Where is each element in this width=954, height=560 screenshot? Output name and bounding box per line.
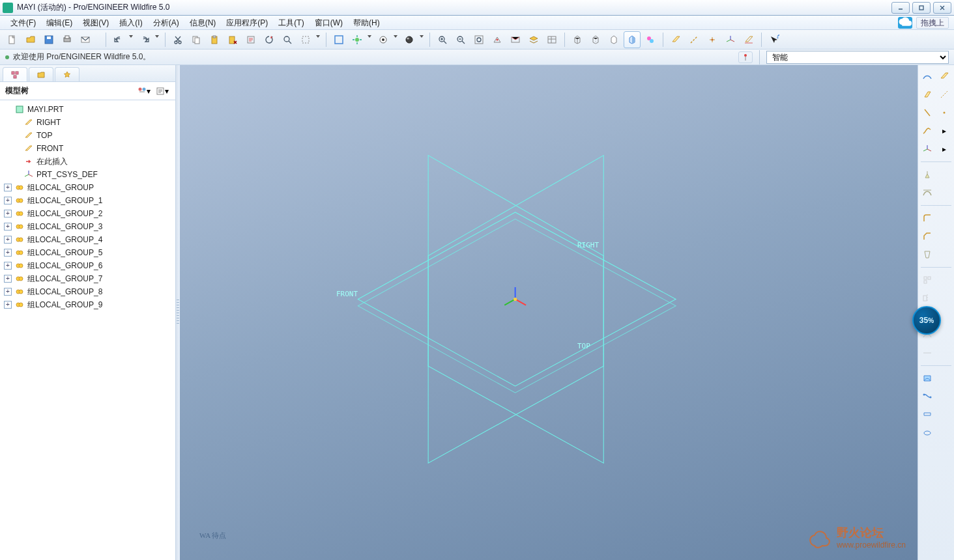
tree-group-5[interactable]: +组LOCAL_GROUP_5 — [1, 246, 174, 259]
find-button[interactable] — [279, 31, 296, 48]
menu-item[interactable]: 窗口(W) — [310, 16, 348, 30]
datum-label-top: TOP — [577, 342, 590, 350]
style-button[interactable] — [919, 371, 935, 386]
boundary-button[interactable] — [919, 407, 935, 423]
reorient-button[interactable] — [489, 31, 506, 48]
revolve-button[interactable] — [919, 105, 935, 120]
saved-view-button[interactable] — [507, 31, 524, 48]
selection-indicator[interactable] — [738, 51, 753, 63]
maximize-button[interactable] — [912, 2, 931, 14]
tab-favorites[interactable] — [55, 67, 80, 81]
tree-group-7[interactable]: +组LOCAL_GROUP_7 — [1, 272, 174, 285]
copy-button[interactable] — [188, 31, 205, 48]
view-manager-button[interactable] — [543, 31, 560, 48]
open-button[interactable] — [22, 31, 39, 48]
tree-group-0[interactable]: +组LOCAL_GROUP — [1, 181, 174, 194]
viewport[interactable]: FRONT RIGHT TOP WA 待点 野火论坛 www.proewildf… — [180, 65, 918, 560]
tree-datum-top[interactable]: TOP — [1, 129, 174, 142]
draft-button[interactable] — [919, 247, 935, 262]
whats-this-button[interactable]: ? — [766, 31, 783, 48]
round-button[interactable] — [919, 210, 935, 226]
tree-root[interactable]: MAYI.PRT — [1, 103, 174, 116]
freeform-button[interactable] — [919, 425, 935, 441]
model-tree[interactable]: MAYI.PRTRIGHTTOPFRONT在此插入PRT_CSYS_DEF+组L… — [0, 100, 175, 560]
sketch-button[interactable] — [919, 68, 935, 84]
point-button[interactable]: ▸ — [936, 123, 952, 139]
datum-csys-button[interactable] — [722, 31, 739, 48]
datum-plane-button[interactable] — [667, 31, 684, 48]
line-button[interactable] — [936, 105, 952, 120]
annotation-button[interactable] — [740, 31, 757, 48]
tab-model-tree[interactable] — [3, 67, 27, 81]
tree-filter-button[interactable]: ▾ — [136, 85, 152, 98]
new-button[interactable] — [4, 31, 21, 48]
chamfer-button[interactable] — [919, 229, 935, 244]
copy-props-button[interactable] — [242, 31, 259, 48]
minimize-button[interactable] — [891, 2, 910, 14]
zoom-out-button[interactable] — [452, 31, 469, 48]
menu-item[interactable]: 帮助(H) — [348, 16, 385, 30]
close-button[interactable] — [933, 2, 951, 14]
tree-csys[interactable]: PRT_CSYS_DEF — [1, 168, 174, 181]
csys-button[interactable] — [919, 141, 935, 157]
refit-button[interactable] — [470, 31, 487, 48]
regenerate-button[interactable] — [261, 31, 278, 48]
datum-point-button[interactable] — [704, 31, 721, 48]
datum-axis-button[interactable] — [686, 31, 702, 48]
tree-group-9-icon — [14, 300, 25, 310]
layers-button[interactable] — [525, 31, 542, 48]
cut-button[interactable] — [169, 31, 186, 48]
mail-button[interactable] — [77, 31, 94, 48]
menu-item[interactable]: 分析(A) — [148, 16, 184, 30]
blend-button[interactable] — [919, 389, 935, 404]
enhanced-realism-button[interactable] — [642, 31, 659, 48]
plane-button[interactable] — [936, 68, 952, 84]
tree-label: 组LOCAL_GROUP_9 — [27, 300, 102, 311]
select-button[interactable] — [297, 31, 314, 48]
tree-datum-front[interactable]: FRONT — [1, 142, 174, 155]
print-button[interactable] — [59, 31, 76, 48]
tree-group-2[interactable]: +组LOCAL_GROUP_2 — [1, 207, 174, 220]
menu-item[interactable]: 工具(T) — [273, 16, 309, 30]
menu-item[interactable]: 信息(N) — [184, 16, 222, 30]
extrude-button[interactable] — [919, 87, 935, 102]
tree-datum-right[interactable]: RIGHT — [1, 116, 174, 129]
redo-button[interactable] — [136, 31, 153, 48]
axis-button[interactable] — [936, 87, 952, 102]
display-style-button[interactable] — [401, 31, 418, 48]
tree-group-3[interactable]: +组LOCAL_GROUP_3 — [1, 220, 174, 233]
tab-folder[interactable] — [29, 67, 53, 81]
cloud-button[interactable] — [898, 17, 912, 29]
menu-item[interactable]: 插入(I) — [114, 16, 147, 30]
tree-group-9[interactable]: +组LOCAL_GROUP_9 — [1, 298, 174, 311]
undo-button[interactable] — [110, 31, 127, 48]
tree-insert-here[interactable]: 在此插入 — [1, 155, 174, 168]
shell-button[interactable] — [919, 185, 935, 201]
svg-point-18 — [284, 36, 289, 42]
menu-item[interactable]: 编辑(E) — [41, 16, 78, 30]
shaded-button[interactable] — [624, 31, 641, 48]
repaint-button[interactable] — [330, 31, 347, 48]
spin-center-button[interactable] — [349, 31, 366, 48]
tree-group-1[interactable]: +组LOCAL_GROUP_1 — [1, 194, 174, 207]
hidden-line-button[interactable] — [587, 31, 604, 48]
hole-button[interactable] — [919, 167, 935, 182]
named-view-button[interactable] — [375, 31, 392, 48]
no-hidden-button[interactable] — [605, 31, 622, 48]
paste-special-button[interactable] — [224, 31, 241, 48]
tree-group-6[interactable]: +组LOCAL_GROUP_6 — [1, 259, 174, 272]
tree-settings-button[interactable]: ▾ — [154, 85, 170, 98]
menu-item[interactable]: 文件(F) — [5, 16, 41, 30]
menu-item[interactable]: 应用程序(P) — [221, 16, 273, 30]
selection-filter-select[interactable]: 智能 — [766, 51, 949, 64]
tree-label: RIGHT — [36, 118, 61, 127]
wireframe-button[interactable] — [569, 31, 586, 48]
save-button[interactable] — [40, 31, 57, 48]
tree-group-4[interactable]: +组LOCAL_GROUP_4 — [1, 233, 174, 246]
menu-item[interactable]: 视图(V) — [78, 16, 114, 30]
paste-button[interactable] — [206, 31, 223, 48]
zoom-in-button[interactable] — [434, 31, 451, 48]
tree-group-8[interactable]: +组LOCAL_GROUP_8 — [1, 285, 174, 298]
sweep-button[interactable] — [919, 123, 935, 139]
csys2-button[interactable]: ▸ — [936, 141, 952, 157]
